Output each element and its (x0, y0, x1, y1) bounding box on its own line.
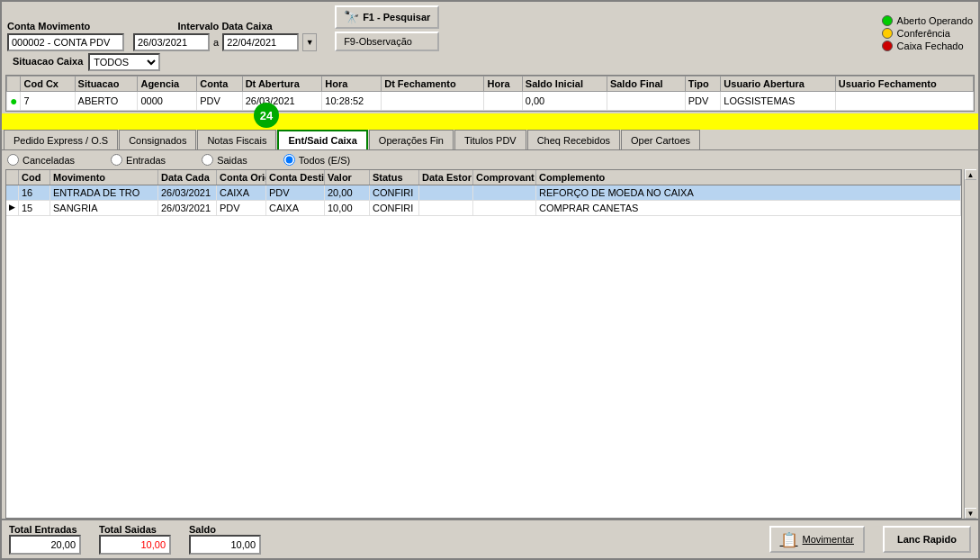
total-saidas-label: Total Saidas (99, 524, 157, 535)
total-saidas-field: Total Saidas 10,00 (99, 524, 171, 555)
btn-observacao[interactable]: F9-Observação (335, 32, 439, 51)
tab-oper-cartoes[interactable]: Oper Cartoes (621, 130, 700, 149)
cell-dtabertura: 26/03/2021 (242, 92, 322, 111)
row2-contaorig: PDV (217, 201, 266, 215)
col-horafech-header: Hora (484, 77, 522, 92)
cell-usuario-abertura: LOGSISTEMAS (721, 92, 835, 111)
caixa-row[interactable]: ● 7 ABERTO 0000 PDV 26/03/2021 10:28:52 … (7, 92, 974, 111)
col-codcx-header: Cod Cx (21, 77, 75, 92)
legend-conferencia-label: Conferência (897, 28, 950, 39)
legend-aberto-label: Aberto Operando (897, 15, 973, 26)
legend-dot-green (882, 15, 893, 26)
row1-datacada: 26/03/2021 (158, 185, 217, 200)
filter-todos[interactable]: Todos (E/S) (283, 154, 350, 166)
grid-col-complemento: Complemento (536, 170, 961, 185)
caixa-table-container: Cod Cx Situacao Agencia Conta Dt Abertur… (5, 75, 975, 112)
situacao-select[interactable]: TODOS ABERTO FECHADO (88, 53, 160, 71)
radio-todos[interactable] (283, 154, 295, 166)
col-usuariofechamento-header: Usuario Fechamento (835, 77, 973, 92)
btn-lanc-rapido[interactable]: Lanc Rapido (883, 526, 971, 553)
intervalo-label: Intervalo Data Caixa (133, 21, 317, 32)
grid-col-contaorig: Conta Orige (217, 170, 266, 185)
row1-indicator (6, 185, 19, 200)
grid-col-indicator (6, 170, 19, 185)
btn-movimentar[interactable]: 📋 Movimentar (769, 526, 865, 553)
cell-agencia: 0000 (138, 92, 197, 111)
cell-dtfech (382, 92, 484, 111)
row1-complemento: REFORÇO DE MOEDA NO CAIXA (536, 185, 961, 200)
total-entradas-field: Total Entradas 20,00 (9, 524, 81, 555)
legend-dot-red (882, 41, 893, 51)
tab-cheq[interactable]: Cheq Recebidos (527, 130, 620, 149)
total-saidas-value: 10,00 (99, 535, 171, 555)
badge-24: 24 (254, 103, 279, 128)
grid-col-contadest: Conta Destir (266, 170, 325, 185)
tab-pedido[interactable]: Pedido Express / O.S (4, 130, 118, 149)
row2-movimento: SANGRIA (50, 201, 158, 215)
grid-row[interactable]: 16 ENTRADA DE TRO 26/03/2021 CAIXA PDV 2… (6, 185, 961, 201)
row1-contadest: PDV (266, 185, 325, 200)
row2-status: CONFIRI (370, 201, 419, 215)
grid-header: Cod Movimento Data Cada Conta Orige Cont… (6, 170, 961, 185)
filter-entradas[interactable]: Entradas (111, 154, 166, 166)
radio-saidas[interactable] (202, 154, 213, 166)
scroll-down[interactable]: ▼ (965, 508, 977, 519)
filter-row: Canceladas Entradas Saidas Todos (E/S) (2, 150, 978, 169)
row2-dataestor (419, 201, 473, 215)
grid-col-dataestor: Data Estor (419, 170, 473, 185)
row2-comprovant (473, 201, 536, 215)
saldo-value: 10,00 (189, 535, 261, 555)
radio-canceladas[interactable] (7, 154, 19, 166)
data-inicio-input[interactable] (133, 33, 210, 51)
date-range-separator: a (213, 37, 219, 48)
tab-titulos[interactable]: Titulos PDV (454, 130, 526, 149)
col-saldoinicial-header: Saldo Inicial (522, 77, 607, 92)
row1-valor: 20,00 (325, 185, 370, 200)
data-fim-input[interactable] (222, 33, 299, 51)
grid-body: 16 ENTRADA DE TRO 26/03/2021 CAIXA PDV 2… (6, 185, 961, 518)
row1-dataestor (419, 185, 473, 200)
btn-lanc-rapido-label: Lanc Rapido (897, 534, 957, 545)
saldo-field: Saldo 10,00 (189, 524, 261, 555)
legend-dot-yellow (882, 28, 893, 39)
grid-col-cod: Cod (19, 170, 50, 185)
cell-usuario-fechamento (835, 92, 973, 111)
grid-row[interactable]: ▶ 15 SANGRIA 26/03/2021 PDV CAIXA 10,00 … (6, 201, 961, 216)
bottom-bar: Total Entradas 20,00 Total Saidas 10,00 … (2, 519, 978, 558)
saldo-label: Saldo (189, 524, 216, 535)
grid-col-movimento: Movimento (50, 170, 158, 185)
grid-col-valor: Valor (325, 170, 370, 185)
cell-conta: PDV (197, 92, 242, 111)
tab-consignados[interactable]: Consignados (119, 130, 196, 149)
btn-pesquisar[interactable]: 🔭 F1 - Pesquisar (335, 5, 439, 29)
grid-container: Cod Movimento Data Cada Conta Orige Cont… (5, 169, 962, 519)
legend-fechado-label: Caixa Fechado (897, 41, 964, 51)
col-indicator-header (7, 77, 21, 92)
conta-movimento-input[interactable] (7, 33, 124, 51)
filter-saidas[interactable]: Saidas (202, 154, 247, 166)
col-saldofinal-header: Saldo Final (607, 77, 685, 92)
tab-entsaid[interactable]: Ent/Said Caixa (277, 130, 367, 149)
cell-saldo-inicial: 0,00 (522, 92, 607, 111)
scrollbar[interactable]: ▲ ▼ (964, 169, 976, 519)
row1-status: CONFIRI (370, 185, 419, 200)
legend-area: Aberto Operando Conferência Caixa Fechad… (882, 14, 973, 51)
col-dtabertura-header: Dt Abertura (242, 77, 322, 92)
row2-cod: 15 (19, 201, 50, 215)
tab-operacoes[interactable]: Operações Fin (369, 130, 454, 149)
row2-complemento: COMPRAR CANETAS (536, 201, 961, 215)
cell-hora-fech (484, 92, 522, 111)
tab-notas[interactable]: Notas Fiscais (197, 130, 276, 149)
radio-entradas[interactable] (111, 154, 122, 166)
movimentar-icon: 📋 (780, 531, 798, 548)
data-fim-dropdown[interactable]: ▼ (302, 33, 317, 51)
legend-aberto: Aberto Operando (882, 15, 973, 26)
cell-tipo: PDV (685, 92, 721, 111)
row2-datacada: 26/03/2021 (158, 201, 217, 215)
col-situacao-header: Situacao (75, 77, 138, 92)
col-hora-header: Hora (322, 77, 382, 92)
total-entradas-value: 20,00 (9, 535, 81, 555)
row1-movimento: ENTRADA DE TRO (50, 185, 158, 200)
filter-canceladas[interactable]: Canceladas (7, 154, 75, 166)
scroll-up[interactable]: ▲ (965, 169, 977, 180)
